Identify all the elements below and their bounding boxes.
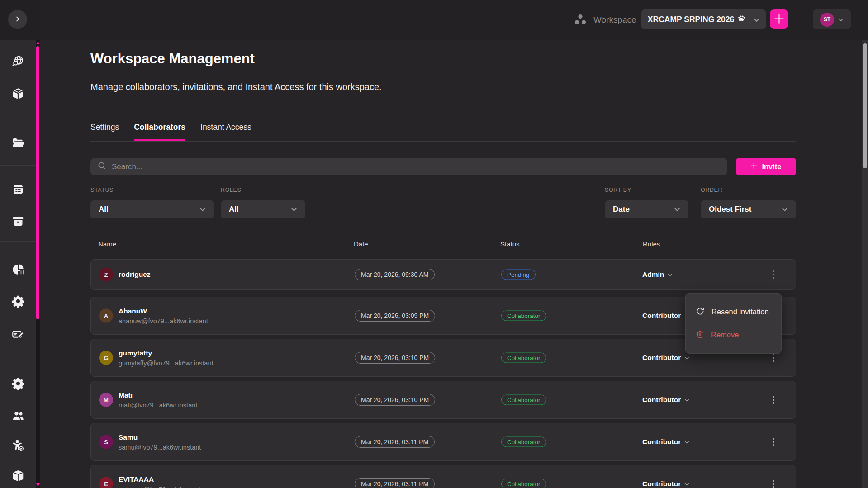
trash-icon xyxy=(696,330,704,341)
menu-item-remove[interactable]: Remove xyxy=(686,323,781,346)
kebab-menu-button[interactable] xyxy=(768,267,779,282)
sidebar-item-archive[interactable] xyxy=(5,212,32,232)
role-dropdown[interactable]: Admin xyxy=(642,270,673,279)
status-cell: Collaborator xyxy=(501,437,546,447)
kebab-icon xyxy=(773,354,774,355)
status-badge: Collaborator xyxy=(501,437,546,447)
search-input[interactable] xyxy=(112,162,720,171)
collaborator-row: S Samu samu@fvo79...ak6wr.instant Mar 20… xyxy=(90,423,796,461)
sidebar-item-explore[interactable] xyxy=(5,52,32,72)
role-dropdown[interactable]: Contributor xyxy=(642,354,689,362)
status-cell: Collaborator xyxy=(501,395,546,405)
chevron-down-icon xyxy=(291,206,297,213)
role-label: Admin xyxy=(642,270,664,279)
sidebar-item-analytics[interactable] xyxy=(5,260,32,280)
role-label: Contributor xyxy=(642,354,681,362)
kebab-menu-button[interactable] xyxy=(768,477,779,488)
row-context-menu: Resend invitation Remove xyxy=(685,293,782,354)
collaborator-row: M Mati mati@fvo79...ak6wr.instant Mar 20… xyxy=(90,381,796,419)
role-dropdown[interactable]: Contributor xyxy=(642,396,689,404)
avatar-initial: A xyxy=(104,313,108,319)
scroll-down-arrow-icon[interactable] xyxy=(36,483,40,487)
chevron-down-icon xyxy=(199,206,206,213)
date-cell: Mar 20, 2026, 03:09 PM xyxy=(355,310,435,322)
sidebar-scrollbar[interactable] xyxy=(36,40,40,488)
plus-icon xyxy=(750,162,757,171)
sidebar-item-members[interactable] xyxy=(5,406,32,426)
sidebar-item-workspace-settings[interactable] xyxy=(5,374,32,394)
card-pen-icon xyxy=(11,328,25,343)
date-pill: Mar 20, 2026, 03:11 PM xyxy=(355,436,435,448)
apps-grid-icon xyxy=(11,183,25,198)
status-badge: Collaborator xyxy=(501,479,546,488)
page-scrollbar-thumb[interactable] xyxy=(863,43,867,168)
date-cell: Mar 20, 2026, 03:11 PM xyxy=(355,436,435,448)
order-dropdown[interactable]: Oldest First xyxy=(701,200,796,218)
kebab-icon xyxy=(773,396,774,398)
page-scrollbar[interactable] xyxy=(862,40,868,488)
collaborator-email: gumytaffy@fvo79...ak6wr.instant xyxy=(119,360,213,367)
user-menu-button[interactable]: ST xyxy=(813,9,851,29)
scroll-up-arrow-icon[interactable] xyxy=(36,41,40,44)
avatar: E xyxy=(99,477,113,488)
topbar-divider xyxy=(801,11,801,29)
sidebar-item-packages[interactable] xyxy=(5,466,32,486)
folder-open-icon xyxy=(11,136,25,151)
create-workspace-button[interactable] xyxy=(770,9,788,29)
workspace-name: XRCAMP SRPING 2026 xyxy=(648,15,734,24)
avatar-initial: Z xyxy=(104,271,108,278)
sort-by-dropdown[interactable]: Date xyxy=(605,200,688,218)
name-block: gumytaffy gumytaffy@fvo79...ak6wr.instan… xyxy=(119,349,213,367)
kebab-icon xyxy=(773,438,774,440)
tabs-bar: Settings Collaborators Instant Access xyxy=(90,117,796,142)
date-cell: Mar 20, 2026, 03:10 PM xyxy=(355,352,435,364)
status-badge: Pending xyxy=(501,270,536,280)
sidebar-separator xyxy=(0,117,40,117)
role-dropdown[interactable]: Contributor xyxy=(642,438,689,446)
status-badge: Collaborator xyxy=(501,311,546,321)
invite-button[interactable]: Invite xyxy=(736,158,796,175)
sidebar-scrollbar-thumb[interactable] xyxy=(36,46,39,319)
status-badge: Collaborator xyxy=(501,395,546,405)
avatar-initial: M xyxy=(104,397,109,403)
sidebar-item-settings[interactable] xyxy=(5,292,32,312)
sort-by-value: Date xyxy=(613,205,630,214)
collaborator-email: mati@fvo79...ak6wr.instant xyxy=(119,402,197,409)
avatar-initial: S xyxy=(104,439,108,445)
page-title: Workspace Management xyxy=(90,51,255,67)
sidebar-item-assets[interactable] xyxy=(5,84,32,104)
sidebar-item-license[interactable] xyxy=(5,325,32,345)
topbar: Workspace XRCAMP SRPING 2026 ST xyxy=(0,0,868,40)
avatar-initial: G xyxy=(104,355,108,361)
sidebar-item-apps[interactable] xyxy=(5,180,32,200)
kebab-menu-button[interactable] xyxy=(768,435,779,449)
tab-instant-access[interactable]: Instant Access xyxy=(200,117,251,141)
kebab-menu-button[interactable] xyxy=(768,393,779,407)
menu-item-resend-invitation[interactable]: Resend invitation xyxy=(686,300,781,323)
collaborator-row: Z rodriguez Mar 20, 2026, 09:30 AM Pendi… xyxy=(90,259,796,290)
collaborator-name: gumytaffy xyxy=(119,349,213,357)
gear-icon xyxy=(11,377,25,392)
filter-status-label: STATUS xyxy=(90,187,114,193)
chevron-down-icon xyxy=(684,355,689,361)
collaborator-row: E EVITAAAA evitaaaa@fvo79...ak6wr.instan… xyxy=(90,465,796,488)
tab-settings[interactable]: Settings xyxy=(90,117,119,141)
tab-collaborators[interactable]: Collaborators xyxy=(134,117,185,141)
status-cell: Pending xyxy=(501,270,536,280)
filter-roles-dropdown[interactable]: All xyxy=(221,200,305,218)
filter-status-dropdown[interactable]: All xyxy=(90,200,214,218)
sidebar-item-access[interactable] xyxy=(5,436,32,456)
gear-icon xyxy=(11,294,25,309)
sort-by-label: SORT BY xyxy=(605,187,631,193)
role-dropdown[interactable]: Contributor xyxy=(642,312,689,320)
filter-roles-value: All xyxy=(229,205,239,214)
workspace-selector[interactable]: XRCAMP SRPING 2026 xyxy=(641,9,766,29)
role-dropdown[interactable]: Contributor xyxy=(642,480,689,488)
chevron-down-icon xyxy=(838,16,844,23)
people-icon xyxy=(11,409,25,424)
expand-sidebar-button[interactable] xyxy=(8,10,27,29)
chevron-down-icon xyxy=(684,397,689,403)
sidebar-item-projects[interactable] xyxy=(5,133,32,153)
kebab-icon xyxy=(773,270,774,272)
kebab-icon xyxy=(773,480,774,482)
